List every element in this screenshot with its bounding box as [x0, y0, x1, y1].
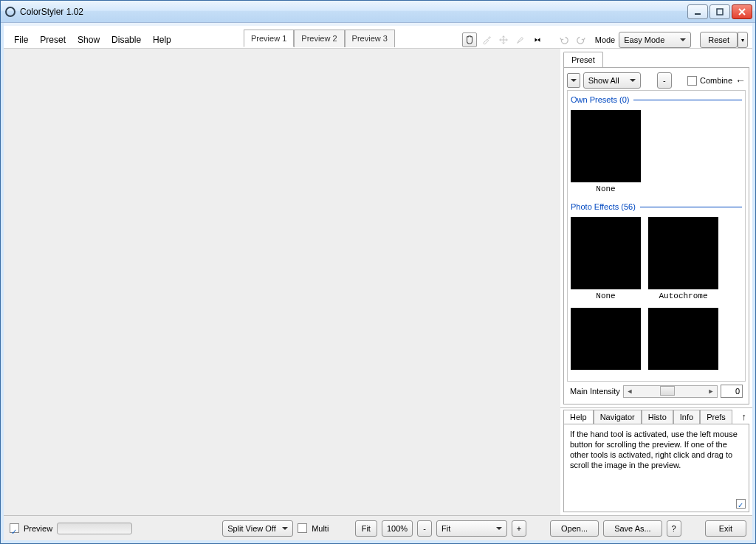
preset-thumb[interactable]	[648, 308, 718, 370]
preview-canvas[interactable]	[4, 49, 560, 515]
intensity-slider[interactable]: ◄ ►	[623, 385, 718, 398]
saveas-button[interactable]: Save As...	[603, 520, 662, 537]
redo-icon[interactable]	[574, 32, 588, 47]
intensity-label: Main Intensity	[570, 387, 620, 396]
reset-button[interactable]: Reset	[700, 32, 738, 48]
group-own-presets[interactable]: Own Presets (0)	[571, 94, 742, 107]
preset-image	[648, 308, 718, 370]
menu-help[interactable]: Help	[147, 32, 177, 48]
mode-label: Mode	[595, 35, 616, 44]
intensity-value[interactable]: 0	[721, 385, 743, 398]
multi-checkbox[interactable]	[298, 523, 307, 533]
zoom-select[interactable]: Fit	[436, 520, 507, 537]
zoom-out-button[interactable]: -	[417, 520, 432, 537]
preset-thumb[interactable]: Autochrome	[648, 217, 718, 300]
hand-tool-icon[interactable]	[462, 32, 477, 47]
compare-icon[interactable]	[530, 32, 545, 47]
preset-list[interactable]: Own Presets (0) None Photo Effects (56)	[567, 90, 746, 382]
help-text: If the hand tool is activated, use the l…	[570, 430, 738, 469]
progress-bar	[57, 523, 132, 534]
info-panel: Help Navigator Histo Info Prefs ↑ If the…	[560, 407, 752, 515]
multi-label: Multi	[312, 524, 329, 533]
preset-thumb[interactable]: None	[571, 110, 641, 193]
titlebar: ColorStyler 1.02	[1, 1, 755, 23]
menu-preset[interactable]: Preset	[34, 32, 72, 48]
open-button[interactable]: Open...	[550, 520, 599, 537]
menu-file[interactable]: File	[8, 32, 34, 48]
preset-label: None	[571, 182, 641, 193]
preset-image	[571, 217, 641, 289]
preview-checkbox[interactable]	[10, 523, 19, 533]
eyedropper-icon[interactable]	[479, 32, 494, 47]
collapse-groups-button[interactable]: -	[657, 72, 672, 89]
tab-preview-3[interactable]: Preview 3	[345, 30, 395, 47]
tab-preview-2[interactable]: Preview 2	[294, 30, 344, 47]
help-button[interactable]: ?	[667, 520, 681, 537]
tab-info[interactable]: Info	[673, 410, 700, 424]
reset-dropdown[interactable]: ▾	[738, 32, 748, 48]
combine-checkbox[interactable]	[687, 76, 697, 86]
preview-label: Preview	[24, 524, 52, 533]
middle-area: Preset Show All - Combine ←	[4, 48, 752, 515]
preset-label: None	[571, 289, 641, 300]
right-tools: Mode Easy Mode Reset ▾	[462, 32, 748, 48]
menu-show[interactable]: Show	[72, 32, 106, 48]
splitview-select[interactable]: Split View Off	[222, 520, 293, 537]
group-photo-effects[interactable]: Photo Effects (56)	[571, 201, 742, 214]
preset-image	[571, 110, 641, 182]
brush-tool-icon[interactable]	[513, 32, 528, 47]
fit-button[interactable]: Fit	[355, 520, 377, 537]
bottom-bar: Preview Split View Off Multi Fit 100% - …	[4, 515, 752, 540]
minimize-button[interactable]	[687, 4, 708, 19]
menu-disable[interactable]: Disable	[106, 32, 147, 48]
intensity-row: Main Intensity ◄ ► 0	[567, 382, 746, 401]
tab-navigator[interactable]: Navigator	[594, 410, 642, 424]
tab-preview-1[interactable]: Preview 1	[244, 30, 294, 47]
menubar: File Preset Show Disable Help	[8, 32, 177, 48]
undo-icon[interactable]	[557, 32, 571, 47]
maximize-button[interactable]	[709, 4, 730, 19]
tab-help[interactable]: Help	[563, 410, 594, 424]
tab-histo[interactable]: Histo	[642, 410, 673, 424]
move-tool-icon[interactable]	[496, 32, 511, 47]
expand-up-icon[interactable]: ↑	[742, 411, 750, 422]
back-arrow-icon[interactable]: ←	[735, 75, 746, 86]
preset-filter-select[interactable]: Show All	[583, 72, 642, 89]
preset-thumb[interactable]: None	[571, 217, 641, 300]
preset-image	[571, 308, 641, 370]
slider-thumb[interactable]	[660, 386, 675, 396]
preset-label: Autochrome	[648, 289, 718, 300]
tab-prefs[interactable]: Prefs	[700, 410, 732, 424]
help-pin-checkbox[interactable]	[736, 499, 746, 509]
client-area: File Preset Show Disable Help Preview 1 …	[1, 23, 755, 543]
top-toolbar: File Preset Show Disable Help Preview 1 …	[4, 23, 752, 48]
mode-select[interactable]: Easy Mode	[619, 32, 691, 48]
app-icon	[5, 7, 16, 17]
preset-tab[interactable]: Preset	[563, 52, 603, 67]
preset-image	[648, 217, 718, 289]
preset-thumb[interactable]	[571, 308, 641, 370]
preview-tabs: Preview 1 Preview 2 Preview 3	[244, 30, 395, 47]
side-panel: Preset Show All - Combine ←	[560, 49, 752, 515]
exit-button[interactable]: Exit	[705, 520, 746, 537]
svg-rect-1	[717, 9, 723, 15]
preset-category-dropdown[interactable]	[567, 73, 580, 88]
combine-label: Combine	[700, 76, 732, 85]
zoom-button[interactable]: 100%	[382, 520, 413, 537]
close-button[interactable]	[732, 4, 752, 19]
zoom-in-button[interactable]: +	[512, 520, 526, 537]
window: ColorStyler 1.02 File Preset Show Disabl…	[0, 0, 756, 544]
preset-panel: Show All - Combine ← Own Presets (0)	[563, 67, 749, 404]
help-body: If the hand tool is activated, use the l…	[563, 424, 749, 512]
window-title: ColorStyler 1.02	[20, 7, 687, 17]
